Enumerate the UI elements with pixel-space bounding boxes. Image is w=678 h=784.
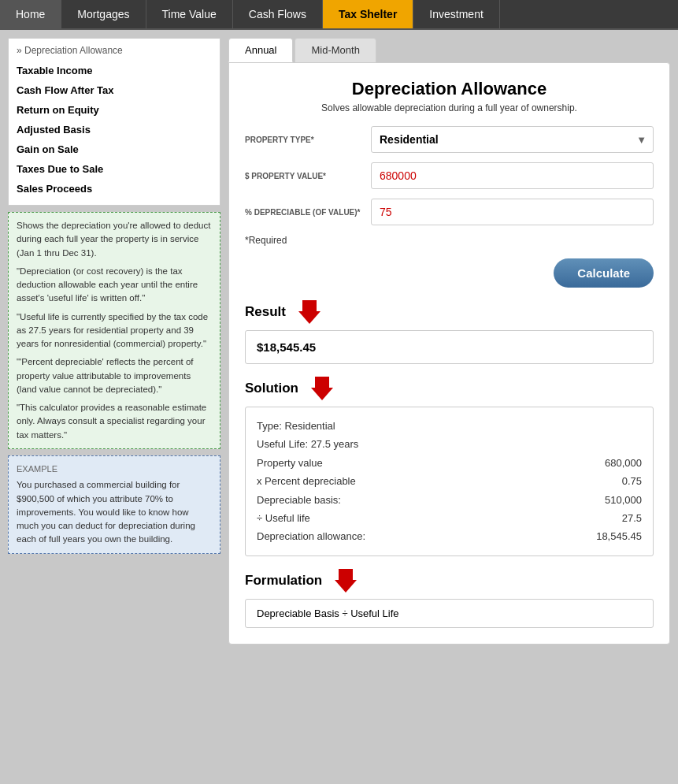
example-text: You purchased a commercial building for …	[17, 478, 212, 546]
depreciable-label: % DEPRECIABLE (OF VALUE)*	[245, 208, 371, 217]
red-arrow-head	[298, 311, 320, 324]
info-para-4: "'Percent depreciable' reflects the perc…	[17, 355, 212, 396]
solution-value-5: 27.5	[579, 509, 642, 527]
solution-label-2: Property value	[257, 454, 323, 472]
solution-row-2: Property value 680,000	[257, 454, 642, 472]
solution-value-3: 0.75	[579, 472, 642, 490]
red-arrow-shaft-3	[339, 569, 353, 580]
solution-label-5: ÷ Useful life	[257, 509, 310, 527]
depreciable-input[interactable]	[371, 199, 654, 225]
menu-header: » Depreciation Allowance	[17, 45, 212, 56]
sidebar-item-sales-proceeds[interactable]: Sales Proceeds	[17, 179, 212, 199]
property-type-row: PROPERTY TYPE* Residential Commercial ▼	[245, 126, 654, 153]
solution-label-6: Depreciation allowance:	[257, 527, 365, 545]
property-value-field	[371, 162, 654, 189]
sidebar-menu: » Depreciation Allowance Taxable Income …	[8, 38, 220, 206]
depreciable-row: % DEPRECIABLE (OF VALUE)*	[245, 199, 654, 225]
red-arrow-head-3	[335, 580, 357, 593]
formulation-label: Formulation	[245, 573, 322, 589]
property-value-label: $ PROPERTY VALUE*	[245, 172, 371, 180]
content-area: Annual Mid-Month Depreciation Allowance …	[228, 38, 670, 645]
red-arrow-shaft-2	[315, 377, 329, 388]
info-para-1: Shows the depreciation you're allowed to…	[17, 219, 212, 260]
property-value-row: $ PROPERTY VALUE*	[245, 162, 654, 189]
nav-tab-cash-flows[interactable]: Cash Flows	[233, 0, 323, 28]
result-label: Result	[245, 304, 286, 320]
card-title: Depreciation Allowance	[245, 79, 654, 99]
depreciable-field	[371, 199, 654, 225]
nav-tab-investment[interactable]: Investment	[413, 0, 499, 28]
solution-label-0: Type: Residential	[257, 417, 335, 435]
nav-tab-mortgages[interactable]: Mortgages	[61, 0, 146, 28]
property-type-field: Residential Commercial ▼	[371, 126, 654, 153]
sidebar-item-cash-flow-after-tax[interactable]: Cash Flow After Tax	[17, 80, 212, 100]
info-box: Shows the depreciation you're allowed to…	[8, 212, 220, 449]
main-card: Depreciation Allowance Solves allowable …	[228, 62, 670, 645]
solution-row-5: ÷ Useful life 27.5	[257, 509, 642, 527]
solution-value-6: 18,545.45	[579, 527, 642, 545]
required-text: *Required	[245, 235, 654, 246]
info-para-5: "This calculator provides a reasonable e…	[17, 401, 212, 442]
solution-row-6: Depreciation allowance: 18,545.45	[257, 527, 642, 545]
solution-header: Solution	[245, 377, 654, 400]
solution-box: Type: Residential Useful Life: 27.5 year…	[245, 407, 654, 556]
card-subtitle: Solves allowable depreciation during a f…	[245, 102, 654, 113]
example-box: EXAMPLE You purchased a commercial build…	[8, 455, 220, 554]
sidebar-item-return-on-equity[interactable]: Return on Equity	[17, 100, 212, 120]
solution-row-1: Useful Life: 27.5 years	[257, 435, 642, 453]
sidebar-item-taxable-income[interactable]: Taxable Income	[17, 61, 212, 80]
solution-label-3: x Percent depreciable	[257, 472, 356, 490]
result-box: $18,545.45	[245, 330, 654, 364]
tab-annual[interactable]: Annual	[228, 38, 293, 62]
solution-value-2: 680,000	[579, 454, 642, 472]
nav-tab-home[interactable]: Home	[0, 0, 61, 28]
property-value-input[interactable]	[371, 162, 654, 189]
tab-mid-month[interactable]: Mid-Month	[295, 38, 376, 62]
red-arrow-shaft	[302, 300, 317, 311]
solution-label-4: Depreciable basis:	[257, 491, 341, 509]
red-arrow-head-2	[311, 388, 333, 400]
property-type-label: PROPERTY TYPE*	[245, 136, 371, 144]
sidebar: » Depreciation Allowance Taxable Income …	[8, 38, 220, 645]
property-type-select-wrapper[interactable]: Residential Commercial ▼	[371, 126, 654, 153]
property-type-select[interactable]: Residential Commercial	[372, 127, 653, 152]
solution-value-0	[579, 417, 642, 435]
sidebar-item-adjusted-basis[interactable]: Adjusted Basis	[17, 120, 212, 139]
tab-bar: Annual Mid-Month	[228, 38, 670, 62]
solution-row-4: Depreciable basis: 510,000	[257, 491, 642, 509]
solution-value-4: 510,000	[579, 491, 642, 509]
nav-tab-time-value[interactable]: Time Value	[146, 0, 233, 28]
solution-value-1	[579, 435, 642, 453]
main-layout: » Depreciation Allowance Taxable Income …	[0, 30, 678, 652]
solution-label-1: Useful Life: 27.5 years	[257, 435, 358, 453]
formulation-box: Depreciable Basis ÷ Useful Life	[245, 599, 654, 628]
formulation-header: Formulation	[245, 569, 654, 593]
calculate-button[interactable]: Calculate	[554, 258, 654, 288]
nav-tab-tax-shelter[interactable]: Tax Shelter	[323, 0, 413, 28]
solution-row-3: x Percent depreciable 0.75	[257, 472, 642, 490]
result-header: Result	[245, 300, 654, 324]
info-para-3: "Useful life is currently specified by t…	[17, 310, 212, 351]
solution-row-0: Type: Residential	[257, 417, 642, 435]
example-label: EXAMPLE	[17, 463, 212, 476]
solution-label: Solution	[245, 381, 298, 396]
nav-bar: Home Mortgages Time Value Cash Flows Tax…	[0, 0, 678, 30]
info-para-2: "Depreciation (or cost recovery) is the …	[17, 265, 212, 306]
sidebar-item-taxes-due-to-sale[interactable]: Taxes Due to Sale	[17, 159, 212, 179]
sidebar-item-gain-on-sale[interactable]: Gain on Sale	[17, 139, 212, 159]
